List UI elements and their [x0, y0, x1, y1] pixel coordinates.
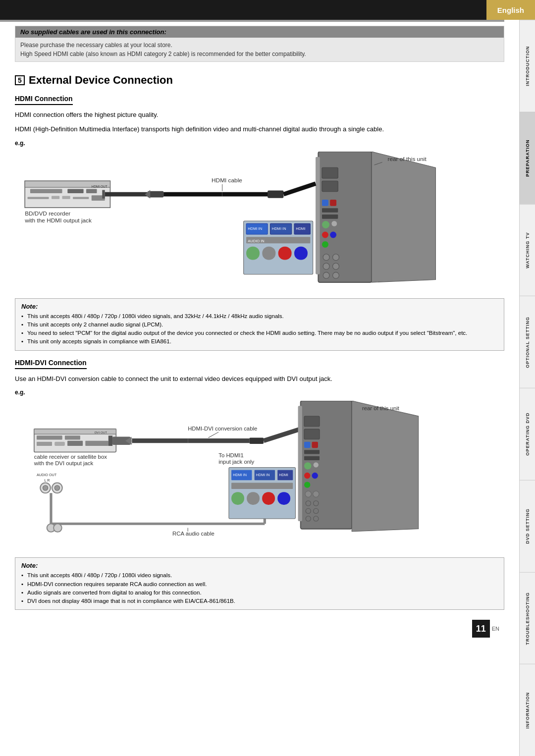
sidebar-tab-introduction[interactable]: INTRODUCTION — [520, 20, 535, 112]
svg-rect-66 — [85, 441, 108, 446]
hdmi-dvi-para1: Use an HDMI-DVI conversion cable to conn… — [15, 374, 504, 384]
hdmi-para2: HDMI (High-Definition Multimedia Interfa… — [15, 124, 504, 135]
hdmi-note-list: This unit accepts 480i / 480p / 720p / 1… — [21, 312, 498, 346]
svg-rect-108 — [314, 463, 319, 468]
svg-point-36 — [323, 263, 329, 270]
svg-text:HDMI cable: HDMI cable — [212, 177, 242, 184]
svg-point-115 — [314, 501, 319, 506]
svg-rect-63 — [37, 442, 52, 446]
sidebar-tab-preparation[interactable]: PREPARATION — [520, 112, 535, 204]
svg-text:cable receiver or satellite bo: cable receiver or satellite box — [34, 454, 107, 460]
notice-box: No supplied cables are used in this conn… — [15, 26, 504, 62]
gray-divider — [0, 20, 504, 22]
svg-rect-100 — [298, 406, 302, 522]
svg-text:DVI OUT: DVI OUT — [95, 431, 107, 434]
hdmi-dvi-note-item-3: Audio signals are converted from digital… — [21, 589, 498, 597]
svg-text:L     R: L R — [45, 479, 50, 483]
svg-point-114 — [306, 501, 311, 506]
section-title: 5 External Device Connection — [15, 74, 504, 87]
hdmi-dvi-note-list: This unit accepts 480i / 480p / 720p / 1… — [21, 571, 498, 605]
notice-line1: Please purchase the necessary cables at … — [20, 41, 499, 50]
svg-rect-61 — [37, 436, 62, 440]
svg-text:HDMI IN: HDMI IN — [272, 226, 286, 231]
hdmi-note-item-1: This unit accepts 480i / 480p / 720p / 1… — [21, 312, 498, 321]
svg-rect-111 — [304, 482, 310, 488]
svg-rect-5 — [28, 197, 49, 199]
notice-title: No supplied cables are used in this conn… — [15, 26, 504, 38]
sidebar-tab-optional-setting[interactable]: OPTIONAL SETTING — [520, 296, 535, 388]
svg-marker-17 — [145, 190, 150, 198]
svg-rect-22 — [316, 157, 320, 274]
svg-rect-109 — [304, 473, 310, 479]
svg-rect-23 — [322, 167, 338, 178]
hdmi-note-box: Note: This unit accepts 480i / 480p / 72… — [15, 298, 504, 351]
svg-point-76 — [54, 486, 59, 490]
svg-rect-56 — [262, 246, 275, 260]
page-number: 11 — [472, 620, 490, 638]
svg-rect-106 — [304, 456, 320, 460]
svg-rect-10 — [102, 190, 105, 198]
hdmi-dvi-note-item-4: DVI does not display 480i image that is … — [21, 597, 498, 605]
svg-text:AUDIO OUT: AUDIO OUT — [37, 473, 57, 477]
svg-text:HDMI OUT: HDMI OUT — [92, 185, 107, 188]
svg-rect-3 — [67, 189, 83, 193]
hdmi-note-item-4: This unit only accepts signals in compli… — [21, 337, 498, 346]
main-content: No supplied cables are used in this conn… — [0, 20, 519, 652]
svg-rect-58 — [294, 246, 308, 260]
svg-rect-67 — [108, 436, 112, 446]
svg-text:BD/DVD recorder: BD/DVD recorder — [25, 210, 70, 217]
svg-text:To HDMI1: To HDMI1 — [218, 452, 244, 458]
svg-marker-120 — [352, 401, 418, 532]
svg-rect-7 — [62, 196, 70, 199]
svg-rect-33 — [322, 241, 328, 248]
sidebar-tab-information[interactable]: INFORMATION — [520, 664, 535, 756]
svg-rect-8 — [73, 197, 89, 199]
svg-rect-88 — [249, 438, 264, 444]
section-number-icon: 5 — [15, 75, 25, 85]
svg-text:HDMI-DVI conversion cable: HDMI-DVI conversion cable — [188, 426, 257, 432]
svg-rect-110 — [312, 473, 318, 479]
svg-rect-57 — [278, 246, 292, 260]
svg-rect-25 — [322, 200, 328, 206]
svg-point-113 — [313, 491, 319, 497]
sidebar-tab-watching-tv[interactable]: WATCHING TV — [520, 204, 535, 296]
hdmi-dvi-heading: HDMI-DVI Connection — [15, 359, 87, 369]
svg-rect-104 — [312, 442, 318, 448]
language-badge: English — [486, 0, 535, 20]
hdmi-dvi-section: HDMI-DVI Connection Use an HDMI-DVI conv… — [15, 359, 504, 610]
svg-rect-32 — [330, 231, 336, 238]
hdmi-heading: HDMI Connection — [15, 95, 73, 105]
svg-rect-107 — [304, 463, 311, 470]
right-sidebar: INTRODUCTION PREPARATION WATCHING TV OPT… — [519, 20, 535, 756]
svg-rect-31 — [322, 231, 328, 238]
svg-text:HDMI: HDMI — [296, 226, 305, 231]
svg-rect-129 — [231, 483, 293, 489]
svg-rect-105 — [304, 450, 320, 454]
svg-point-94 — [54, 524, 62, 533]
svg-point-116 — [306, 509, 311, 514]
notice-line2: High Speed HDMI cable (also known as HDM… — [20, 50, 499, 58]
sidebar-tab-troubleshooting[interactable]: TROUBLESHOOTING — [520, 572, 535, 664]
sidebar-tab-operating-dvd[interactable]: OPERATING DVD — [520, 388, 535, 480]
hdmi-dvi-note-box: Note: This unit accepts 480i / 480p / 72… — [15, 557, 504, 610]
svg-text:HDMI IN: HDMI IN — [256, 473, 270, 477]
svg-rect-102 — [304, 429, 320, 439]
svg-point-39 — [333, 272, 339, 278]
svg-point-119 — [314, 516, 319, 521]
svg-rect-132 — [262, 492, 275, 505]
svg-rect-2 — [30, 189, 62, 193]
hdmi-dvi-note-item-1: This unit accepts 480i / 480p / 720p / 1… — [21, 571, 498, 580]
sidebar-tab-dvd-setting[interactable]: DVD SETTING — [520, 480, 535, 572]
svg-text:with the DVI output jack: with the DVI output jack — [34, 461, 94, 467]
hdmi-diagram: HDMI OUT BD/DVD recorder with the HDMI o… — [15, 152, 504, 290]
svg-point-112 — [305, 491, 311, 497]
svg-text:RCA audio cable: RCA audio cable — [172, 531, 214, 537]
svg-text:HDMI IN: HDMI IN — [233, 473, 247, 477]
hdmi-dvi-diagram: DVI OUT cable receiver or satellite box … — [15, 401, 504, 549]
page-en-label: EN — [492, 626, 499, 632]
hdmi-eg-label: e.g. — [15, 140, 504, 147]
svg-point-34 — [323, 254, 329, 260]
svg-rect-103 — [304, 442, 310, 448]
svg-text:rear of this unit: rear of this unit — [387, 156, 427, 162]
hdmi-note-item-3: You need to select "PCM" for the digital… — [21, 329, 498, 337]
